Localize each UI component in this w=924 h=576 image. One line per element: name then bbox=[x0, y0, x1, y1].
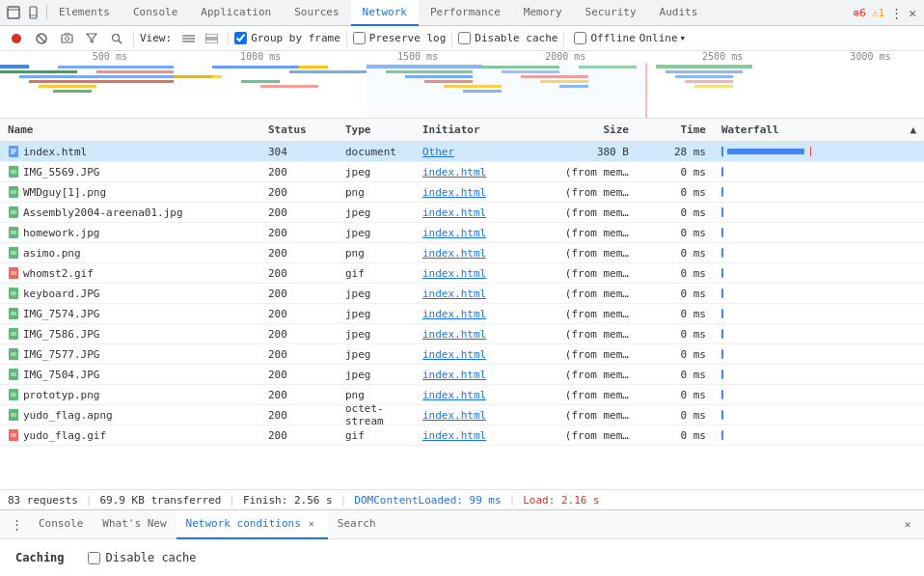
table-row[interactable]: IMG_7586.JPG 200 jpeg index.html (from m… bbox=[0, 324, 924, 344]
table-row[interactable]: index.html 304 document Other 380 B 28 m… bbox=[0, 142, 924, 162]
network-timeline[interactable]: 500 ms 1000 ms 1500 ms 2000 ms 2500 ms 3… bbox=[0, 51, 924, 119]
group-by-frame-checkbox[interactable]: Group by frame bbox=[234, 32, 340, 44]
close-drawer-button[interactable]: ✕ bbox=[895, 512, 920, 537]
drawer-tab-console[interactable]: Console bbox=[29, 510, 93, 539]
large-view-button[interactable] bbox=[201, 28, 222, 49]
separator-2 bbox=[228, 31, 229, 46]
table-row[interactable]: yudo_flag.apng 200 octet-stream index.ht… bbox=[0, 405, 924, 425]
view-toggle bbox=[177, 28, 222, 49]
tab-console[interactable]: Console bbox=[122, 0, 189, 26]
table-row[interactable]: asimo.png 200 png index.html (from mem… … bbox=[0, 243, 924, 263]
th-time[interactable]: Time bbox=[637, 123, 714, 136]
tab-memory[interactable]: Memory bbox=[512, 0, 574, 26]
cell-initiator[interactable]: index.html bbox=[415, 166, 550, 178]
table-row[interactable]: IMG_7574.JPG 200 jpeg index.html (from m… bbox=[0, 304, 924, 324]
offline-section: Offline Online ▾ bbox=[574, 32, 686, 44]
table-row[interactable]: IMG_7577.JPG 200 jpeg index.html (from m… bbox=[0, 344, 924, 365]
tab-sources[interactable]: Sources bbox=[283, 0, 350, 26]
cell-initiator[interactable]: index.html bbox=[415, 247, 550, 260]
th-waterfall[interactable]: Waterfall ▲ bbox=[714, 123, 924, 136]
table-row[interactable]: WMDguy[1].png 200 png index.html (from m… bbox=[0, 182, 924, 203]
drawer-tab-whats-new[interactable]: What's New bbox=[93, 510, 176, 539]
tab-elements[interactable]: Elements bbox=[47, 0, 122, 26]
offline-checkbox[interactable]: Offline bbox=[574, 32, 635, 44]
bottom-drawer: ⋮ Console What's New Network conditions … bbox=[0, 509, 924, 576]
more-tabs-icon[interactable]: ⋮ bbox=[890, 6, 903, 20]
tab-audits[interactable]: Audits bbox=[648, 0, 710, 26]
cell-status: 304 bbox=[260, 146, 338, 158]
inspect-icon[interactable] bbox=[6, 5, 21, 20]
tab-security[interactable]: Security bbox=[574, 0, 648, 26]
close-network-conditions-tab[interactable]: ✕ bbox=[305, 517, 318, 531]
throttle-dropdown[interactable]: Online ▾ bbox=[639, 32, 686, 44]
drawer-menu-icon[interactable]: ⋮ bbox=[4, 510, 29, 539]
tab-application[interactable]: Application bbox=[189, 0, 283, 26]
table-row[interactable]: prototyp.png 200 png index.html (from me… bbox=[0, 385, 924, 405]
load-time[interactable]: Load: 2.16 s bbox=[523, 494, 599, 507]
cell-time: 0 ms bbox=[637, 409, 714, 422]
list-view-button[interactable] bbox=[177, 28, 199, 49]
svg-rect-46 bbox=[675, 75, 733, 78]
record-button[interactable] bbox=[6, 28, 27, 49]
camera-button[interactable] bbox=[56, 28, 77, 49]
cell-initiator[interactable]: index.html bbox=[415, 227, 550, 239]
search-button[interactable] bbox=[106, 28, 127, 49]
cell-initiator[interactable]: index.html bbox=[415, 267, 550, 280]
svg-rect-28 bbox=[289, 70, 367, 73]
cell-initiator[interactable]: index.html bbox=[415, 389, 550, 401]
table-row[interactable]: keyboard.JPG 200 jpeg index.html (from m… bbox=[0, 284, 924, 304]
svg-rect-83 bbox=[9, 369, 18, 380]
cell-waterfall bbox=[714, 309, 924, 318]
tick-500: 500 ms bbox=[93, 51, 127, 62]
th-name[interactable]: Name bbox=[0, 123, 260, 136]
cell-name: IMG_7574.JPG bbox=[0, 308, 260, 320]
tab-performance[interactable]: Performance bbox=[419, 0, 512, 26]
th-initiator[interactable]: Initiator bbox=[415, 123, 550, 136]
cell-initiator[interactable]: index.html bbox=[415, 409, 550, 422]
th-size[interactable]: Size bbox=[550, 123, 637, 136]
table-row[interactable]: yudo_flag.gif 200 gif index.html (from m… bbox=[0, 425, 924, 446]
filter-button[interactable] bbox=[81, 28, 102, 49]
svg-rect-17 bbox=[0, 70, 77, 73]
cell-time: 0 ms bbox=[637, 369, 714, 381]
cell-initiator[interactable]: index.html bbox=[415, 348, 550, 361]
disable-cache-input[interactable] bbox=[88, 552, 100, 564]
cell-initiator[interactable]: index.html bbox=[415, 288, 550, 300]
svg-rect-41 bbox=[540, 80, 588, 83]
preserve-log-checkbox[interactable]: Preserve log bbox=[353, 32, 446, 44]
cell-size: (from mem… bbox=[550, 247, 637, 260]
cell-initiator[interactable]: index.html bbox=[415, 369, 550, 381]
mobile-icon[interactable] bbox=[25, 5, 41, 20]
drawer-tab-network-conditions[interactable]: Network conditions ✕ bbox=[177, 510, 328, 539]
th-status[interactable]: Status bbox=[260, 123, 338, 136]
th-type[interactable]: Type bbox=[338, 123, 415, 136]
svg-rect-44 bbox=[656, 65, 752, 69]
table-row[interactable]: homework.jpg 200 jpeg index.html (from m… bbox=[0, 223, 924, 243]
cell-initiator[interactable]: index.html bbox=[415, 429, 550, 442]
tab-list: Elements Console Application Sources Net… bbox=[47, 0, 846, 26]
cell-waterfall bbox=[714, 167, 924, 177]
cell-type: gif bbox=[338, 267, 415, 280]
waterfall-chart bbox=[0, 63, 924, 119]
table-row[interactable]: IMG_7504.JPG 200 jpeg index.html (from m… bbox=[0, 365, 924, 385]
dom-content-loaded[interactable]: DOMContentLoaded: 99 ms bbox=[354, 494, 501, 507]
cell-initiator[interactable]: index.html bbox=[415, 308, 550, 320]
requests-table[interactable]: index.html 304 document Other 380 B 28 m… bbox=[0, 142, 924, 489]
table-row[interactable]: IMG_5569.JPG 200 jpeg index.html (from m… bbox=[0, 162, 924, 182]
cell-name: whomst2.gif bbox=[0, 267, 260, 280]
table-row[interactable]: whomst2.gif 200 gif index.html (from mem… bbox=[0, 263, 924, 284]
drawer-tab-search[interactable]: Search bbox=[328, 510, 386, 539]
cell-type: octet-stream bbox=[338, 402, 415, 427]
cell-type: jpeg bbox=[338, 166, 415, 178]
cell-status: 200 bbox=[260, 409, 338, 422]
cell-initiator[interactable]: index.html bbox=[415, 328, 550, 341]
tab-network[interactable]: Network bbox=[351, 0, 419, 26]
disable-cache-label[interactable]: Disable cache bbox=[88, 551, 197, 564]
cell-initiator[interactable]: index.html bbox=[415, 186, 550, 199]
cell-initiator[interactable]: index.html bbox=[415, 206, 550, 219]
error-count: ⊗ 6 bbox=[854, 7, 866, 19]
table-row[interactable]: Assembly2004-areena01.jpg 200 jpeg index… bbox=[0, 203, 924, 223]
close-devtools-icon[interactable]: ✕ bbox=[909, 6, 916, 20]
disable-cache-checkbox[interactable]: Disable cache bbox=[458, 32, 557, 44]
clear-button[interactable] bbox=[31, 28, 52, 49]
